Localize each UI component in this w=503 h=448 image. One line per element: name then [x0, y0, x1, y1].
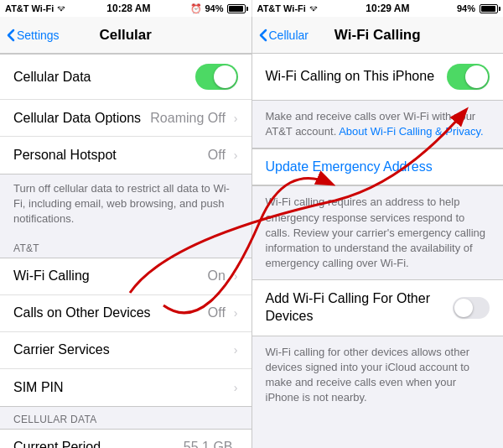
cellular-data-label: Cellular Data: [13, 70, 195, 85]
cellular-info-text: Turn off cellular data to restrict all d…: [0, 175, 252, 236]
left-time: 10:28 AM: [106, 3, 150, 14]
data-usage-group: Current Period 55.1 GB Current Period Ro…: [0, 429, 252, 448]
right-status-left: AT&T Wi-Fi: [257, 3, 319, 13]
wifi-calling-value: On: [207, 268, 225, 284]
right-nav-title: Wi-Fi Calling: [334, 27, 421, 44]
carrier-services-chevron: ›: [234, 343, 238, 357]
sim-pin-row[interactable]: SIM PIN ›: [0, 369, 252, 406]
left-panel: Cellular Data Cellular Data Options Roam…: [0, 54, 252, 448]
wifi-icon-left: [56, 4, 66, 13]
left-status-bar: AT&T Wi-Fi 10:28 AM ⏰ 94%: [0, 0, 252, 17]
personal-hotspot-value: Off: [208, 148, 226, 163]
panels-wrapper: Cellular Data Cellular Data Options Roam…: [0, 54, 503, 448]
right-status-bar: AT&T Wi-Fi 10:29 AM 94%: [252, 0, 504, 17]
add-wifi-calling-row: Add Wi-Fi Calling For Other Devices: [252, 279, 504, 336]
left-battery-fill: [229, 6, 243, 12]
right-back-button[interactable]: Cellular: [259, 29, 309, 42]
left-alarm-icon: ⏰: [190, 3, 202, 14]
add-wifi-toggle-knob: [454, 299, 473, 317]
right-nav-bar: Cellular Wi-Fi Calling: [252, 17, 504, 53]
cellular-data-toggle-knob: [214, 65, 236, 88]
left-carrier: AT&T Wi-Fi: [5, 3, 54, 13]
wifi-calling-chevron: ›: [234, 269, 238, 283]
left-status-left: AT&T Wi-Fi: [5, 3, 66, 13]
wifi-calling-main-toggle-knob: [465, 65, 488, 88]
right-battery-fill: [481, 6, 495, 12]
add-wifi-calling-label: Add Wi-Fi Calling For Other Devices: [266, 290, 454, 326]
left-battery-icon: [227, 4, 246, 13]
update-address-block: Update Emergency Address: [252, 148, 504, 186]
right-back-label: Cellular: [269, 29, 309, 42]
personal-hotspot-row[interactable]: Personal Hotspot Off ›: [0, 137, 252, 174]
add-wifi-calling-toggle[interactable]: [453, 297, 490, 319]
current-period-value: 55.1 GB: [184, 440, 233, 448]
sim-pin-label: SIM PIN: [13, 380, 231, 395]
top-settings-group: Cellular Data Cellular Data Options Roam…: [0, 54, 252, 175]
left-back-label: Settings: [17, 29, 60, 42]
personal-hotspot-label: Personal Hotspot: [13, 148, 208, 163]
left-nav-title: Cellular: [100, 27, 152, 44]
left-back-chevron-icon: [7, 29, 15, 42]
left-battery-percent: 94%: [205, 3, 223, 13]
cellular-data-toggle[interactable]: [195, 64, 238, 90]
current-period-row: Current Period 55.1 GB: [0, 430, 252, 448]
att-section-header: AT&T: [0, 236, 252, 258]
cellular-data-options-row[interactable]: Cellular Data Options Roaming Off ›: [0, 100, 252, 137]
carrier-services-label: Carrier Services: [13, 342, 231, 357]
right-carrier: AT&T Wi-Fi: [257, 3, 306, 13]
cellular-data-section-header: CELLULAR DATA: [0, 407, 252, 429]
wifi-calling-privacy-link[interactable]: About Wi-Fi Calling & Privacy.: [339, 125, 483, 138]
wifi-calling-row[interactable]: Wi-Fi Calling On ›: [0, 258, 252, 295]
right-battery-icon: [480, 4, 498, 13]
right-time: 10:29 AM: [366, 3, 409, 14]
wifi-calling-description: Make and receive calls over Wi-Fi with y…: [252, 101, 504, 148]
cellular-data-options-chevron: ›: [234, 112, 238, 125]
cellular-data-options-value: Roaming Off: [150, 111, 226, 126]
status-bars: AT&T Wi-Fi 10:28 AM ⏰ 94% AT&T Wi-Fi 1: [0, 0, 503, 17]
right-panel: Wi-Fi Calling on This iPhone Make and re…: [252, 54, 504, 448]
update-address-link[interactable]: Update Emergency Address: [252, 148, 504, 185]
calls-other-devices-value: Off: [208, 305, 226, 320]
cellular-data-options-label: Cellular Data Options: [13, 111, 150, 126]
left-nav-bar: Settings Cellular: [0, 17, 252, 53]
att-settings-group: Wi-Fi Calling On › Calls on Other Device…: [0, 258, 252, 407]
wifi-calling-label: Wi-Fi Calling: [13, 268, 207, 284]
personal-hotspot-chevron: ›: [234, 148, 238, 162]
sim-pin-chevron: ›: [234, 381, 238, 394]
right-battery-percent: 94%: [457, 3, 475, 13]
right-status-right: 94%: [457, 3, 498, 13]
wifi-calling-header: Wi-Fi Calling on This iPhone: [252, 54, 504, 101]
left-back-button[interactable]: Settings: [7, 29, 60, 42]
left-status-right: ⏰ 94%: [190, 3, 246, 14]
emergency-description: Wi-Fi calling requires an address to hel…: [252, 186, 504, 279]
add-wifi-description: Wi-Fi calling for other devices allows o…: [252, 336, 504, 414]
nav-bars: Settings Cellular Cellular Wi-Fi Calling: [0, 17, 503, 54]
carrier-services-row[interactable]: Carrier Services ›: [0, 332, 252, 369]
calls-other-devices-row[interactable]: Calls on Other Devices Off ›: [0, 295, 252, 332]
calls-other-devices-chevron: ›: [234, 306, 238, 320]
cellular-data-row[interactable]: Cellular Data: [0, 55, 252, 100]
wifi-calling-main-toggle[interactable]: [447, 64, 490, 90]
calls-other-devices-label: Calls on Other Devices: [13, 305, 208, 320]
current-period-label: Current Period: [13, 440, 184, 448]
wifi-icon-right: [309, 4, 319, 13]
wifi-calling-main-title: Wi-Fi Calling on This iPhone: [266, 68, 448, 86]
right-back-chevron-icon: [259, 29, 267, 42]
